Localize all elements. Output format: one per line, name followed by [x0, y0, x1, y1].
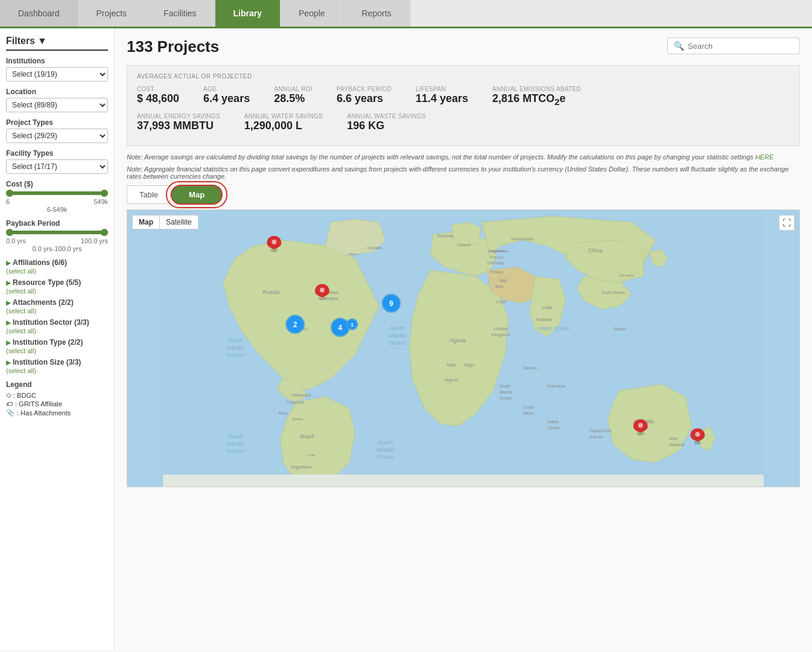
- institution-size-select-all[interactable]: (select all): [6, 367, 108, 374]
- attachments-header[interactable]: ▶ Attachments (2/2): [6, 298, 108, 307]
- svg-text:Pola...: Pola...: [349, 252, 360, 255]
- location-label: Location: [6, 88, 108, 96]
- search-input[interactable]: [688, 42, 793, 51]
- svg-text:South: South: [227, 433, 243, 439]
- svg-text:Germany: Germany: [487, 260, 505, 265]
- stat-roi: ANNUAL ROI 28.5%: [274, 86, 312, 107]
- arrow-icon: ▶: [6, 280, 11, 286]
- svg-text:Canada: Canada: [367, 245, 382, 249]
- note2: Note: Aggregate financial statistics on …: [127, 165, 800, 180]
- institution-type-header[interactable]: ▶ Institution Type (2/2): [6, 338, 108, 347]
- svg-text:Kazakhstan: Kazakhstan: [512, 236, 533, 240]
- affiliations-select-all[interactable]: (select all): [6, 267, 108, 275]
- svg-text:Africa: Africa: [524, 411, 534, 415]
- payback-label: Payback Period: [6, 219, 108, 228]
- svg-text:North: North: [390, 325, 405, 331]
- svg-text:Chile: Chile: [307, 453, 316, 457]
- cost-handle-left[interactable]: [6, 190, 13, 197]
- svg-text:New: New: [670, 436, 679, 441]
- search-icon: 🔍: [674, 41, 684, 51]
- arrow-icon: ▶: [6, 339, 11, 346]
- fullscreen-icon: ⛶: [782, 218, 791, 228]
- tab-facilities[interactable]: Facilities: [145, 0, 215, 27]
- svg-text:Norway: Norway: [437, 232, 454, 238]
- svg-text:Namibi...: Namibi...: [524, 365, 541, 369]
- svg-text:South: South: [378, 439, 393, 446]
- stat-emissions: ANNUAL EMISSIONS ABATED 2,816 MTCO2e: [492, 86, 581, 107]
- svg-text:Atlantic: Atlantic: [375, 446, 395, 453]
- fullscreen-button[interactable]: ⛶: [779, 215, 795, 231]
- payback-handle-right[interactable]: [101, 229, 108, 236]
- cost-track[interactable]: [6, 191, 108, 195]
- tab-people[interactable]: People: [281, 0, 344, 27]
- map-button[interactable]: Map: [133, 216, 159, 229]
- averages-label: AVERAGES ACTUAL OR PROJECTED: [137, 73, 790, 80]
- institution-size-label: Institution Size (3/3): [13, 358, 81, 366]
- content-header: 133 Projects 🔍: [127, 37, 800, 56]
- institution-sector-select-all[interactable]: (select all): [6, 327, 108, 334]
- resource-type-header[interactable]: ▶ Resource Type (5/5): [6, 278, 108, 287]
- map-container[interactable]: North Pacific Ocean North Atlantic Ocean…: [127, 209, 800, 487]
- institution-sector-label: Institution Sector (3/3): [13, 318, 89, 327]
- svg-text:United: United: [493, 326, 507, 331]
- svg-text:States: States: [325, 296, 338, 301]
- svg-text:India: India: [542, 305, 553, 310]
- affiliations-header[interactable]: ▶ Affiliations (6/6): [6, 258, 108, 267]
- svg-text:Japan: Japan: [613, 326, 626, 331]
- affiliations-label: Affiliations (6/6): [13, 258, 67, 267]
- svg-text:Atlantic: Atlantic: [387, 332, 407, 339]
- satellite-button[interactable]: Satellite: [159, 216, 198, 229]
- payback-track[interactable]: [6, 231, 108, 234]
- arrow-icon: ▶: [6, 299, 11, 306]
- tab-dashboard[interactable]: Dashboard: [0, 0, 78, 27]
- payback-min: 0.0 yrs: [6, 237, 26, 245]
- project-types-select[interactable]: Select (29/29): [6, 129, 108, 143]
- legend-title: Legend: [6, 380, 108, 389]
- projects-title: 133 Projects: [127, 37, 219, 56]
- institution-type-select-all[interactable]: (select all): [6, 347, 108, 354]
- facility-types-filter: Facility Types Select (17/17): [6, 149, 108, 174]
- svg-text:Mongolia: Mongolia: [620, 273, 635, 276]
- svg-text:South Korea: South Korea: [601, 290, 625, 295]
- cost-range-filter: Cost ($) 6 549k 6-549k: [6, 180, 108, 213]
- stats-grid: COST $ 48,600 AGE 6.4 years ANNUAL ROI 2…: [137, 86, 790, 113]
- svg-text:Ocean: Ocean: [376, 453, 395, 460]
- tab-projects[interactable]: Projects: [78, 0, 146, 27]
- tab-library[interactable]: Library: [215, 0, 281, 27]
- location-select[interactable]: Select (89/89): [6, 98, 108, 112]
- resource-type-filter: ▶ Resource Type (5/5) (select all): [6, 278, 108, 295]
- cost-handle-right[interactable]: [101, 190, 108, 197]
- resource-type-select-all[interactable]: (select all): [6, 287, 108, 295]
- map-controls: Map Satellite: [132, 215, 198, 229]
- main-content: 133 Projects 🔍 AVERAGES ACTUAL OR PROJEC…: [115, 28, 812, 650]
- stat-age: AGE 6.4 years: [203, 86, 250, 107]
- institutions-select[interactable]: Select (19/19): [6, 67, 108, 82]
- facility-types-select[interactable]: Select (17/17): [6, 159, 108, 174]
- payback-handle-left[interactable]: [6, 229, 13, 236]
- svg-text:France: France: [490, 269, 504, 273]
- stat-cost: COST $ 48,600: [137, 86, 179, 107]
- map-svg: North Pacific Ocean North Atlantic Ocean…: [127, 210, 799, 487]
- map-tab[interactable]: Map: [171, 185, 223, 205]
- tab-reports[interactable]: Reports: [344, 0, 410, 27]
- svg-text:Zealand: Zealand: [669, 443, 684, 447]
- institution-type-label: Institution Type (2/2): [13, 338, 83, 347]
- attachments-select-all[interactable]: (select all): [6, 307, 108, 315]
- attachments-label: Attachments (2/2): [13, 298, 74, 307]
- here-link[interactable]: HERE: [755, 153, 774, 161]
- svg-text:Ocean: Ocean: [226, 351, 244, 358]
- institution-size-header[interactable]: ▶ Institution Size (3/3): [6, 358, 108, 366]
- svg-point-79: [271, 239, 276, 244]
- payback-range-filter: Payback Period 0.0 yrs 100.0 yrs 0.0 yrs…: [6, 219, 108, 252]
- nav-bar: Dashboard Projects Facilities Library Pe…: [0, 0, 812, 28]
- cost-min: 6: [6, 198, 10, 205]
- search-box: 🔍: [667, 37, 800, 54]
- svg-text:Argentina: Argentina: [291, 464, 312, 470]
- svg-text:Iran: Iran: [495, 284, 504, 289]
- svg-text:Italy: Italy: [500, 278, 507, 283]
- stat-water: ANNUAL WATER SAVINGS 1,290,000 L: [244, 113, 323, 132]
- svg-point-83: [638, 423, 643, 427]
- table-tab[interactable]: Table: [127, 185, 171, 204]
- institution-sector-header[interactable]: ▶ Institution Sector (3/3): [6, 318, 108, 327]
- svg-text:Libya: Libya: [496, 299, 507, 304]
